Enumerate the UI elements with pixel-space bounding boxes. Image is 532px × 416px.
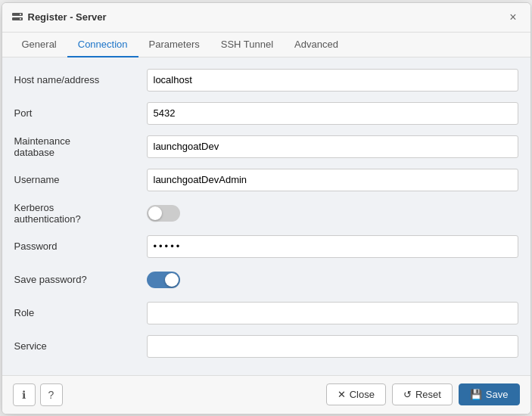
port-label: Port [14, 107, 147, 119]
username-label: Username [14, 174, 147, 185]
reset-button[interactable]: ↺ Reset [392, 383, 453, 405]
service-row: Service [14, 333, 518, 360]
tab-general[interactable]: General [11, 33, 67, 57]
kerberos-toggle-thumb [148, 206, 162, 220]
username-input[interactable] [147, 169, 518, 191]
tab-advanced[interactable]: Advanced [284, 33, 349, 57]
form-content: Host name/address Port Maintenancedataba… [2, 57, 530, 375]
kerberos-row: Kerberosauthentication? [14, 200, 518, 227]
host-row: Host name/address [14, 67, 518, 94]
save-button-label: Save [486, 389, 509, 400]
reset-button-label: Reset [415, 389, 441, 400]
password-label: Password [14, 241, 147, 252]
dialog-title: Register - Server [28, 11, 107, 23]
save-password-toggle-wrapper [147, 272, 180, 288]
host-label: Host name/address [14, 74, 147, 85]
save-icon: 💾 [470, 389, 482, 400]
role-label: Role [14, 307, 147, 318]
tab-parameters[interactable]: Parameters [138, 33, 210, 57]
kerberos-label: Kerberosauthentication? [14, 202, 147, 225]
port-input[interactable] [147, 102, 518, 125]
tab-bar: General Connection Parameters SSH Tunnel… [2, 33, 530, 57]
tab-connection[interactable]: Connection [67, 33, 138, 57]
dialog-close-button[interactable]: × [505, 9, 521, 26]
close-button[interactable]: ✕ Close [326, 383, 386, 405]
maintenance-db-row: Maintenancedatabase [14, 133, 518, 160]
service-label: Service [14, 340, 147, 352]
footer: ℹ ? ✕ Close ↺ Reset 💾 Save [2, 375, 530, 414]
role-input[interactable] [147, 302, 518, 324]
kerberos-toggle[interactable] [147, 205, 180, 222]
title-bar-left: Register - Server [11, 11, 107, 23]
info-button[interactable]: ℹ [13, 383, 36, 406]
service-input[interactable] [147, 335, 518, 358]
password-input[interactable] [147, 235, 518, 258]
footer-left: ℹ ? [13, 383, 63, 406]
save-button[interactable]: 💾 Save [459, 383, 520, 405]
tab-ssh-tunnel[interactable]: SSH Tunnel [210, 33, 284, 57]
close-icon: ✕ [338, 389, 346, 400]
svg-point-3 [20, 18, 21, 20]
host-input[interactable] [147, 69, 518, 92]
close-button-label: Close [350, 389, 375, 400]
role-row: Role [14, 300, 518, 327]
save-password-toggle[interactable] [147, 272, 180, 288]
port-row: Port [14, 100, 518, 127]
maintenance-db-input[interactable] [147, 135, 518, 158]
username-row: Username [14, 166, 518, 194]
maintenance-db-label: Maintenancedatabase [14, 135, 147, 158]
save-password-row: Save password? [14, 266, 518, 293]
save-password-toggle-thumb [165, 273, 179, 287]
register-server-dialog: Register - Server × General Connection P… [2, 2, 531, 414]
password-row: Password [14, 233, 518, 260]
title-bar: Register - Server × [2, 3, 530, 33]
reset-icon: ↺ [403, 389, 412, 400]
footer-right: ✕ Close ↺ Reset 💾 Save [326, 383, 520, 405]
help-button[interactable]: ? [40, 383, 63, 406]
svg-point-2 [20, 14, 21, 15]
server-icon [11, 11, 23, 23]
save-password-label: Save password? [14, 274, 147, 285]
kerberos-toggle-wrapper [147, 205, 180, 222]
